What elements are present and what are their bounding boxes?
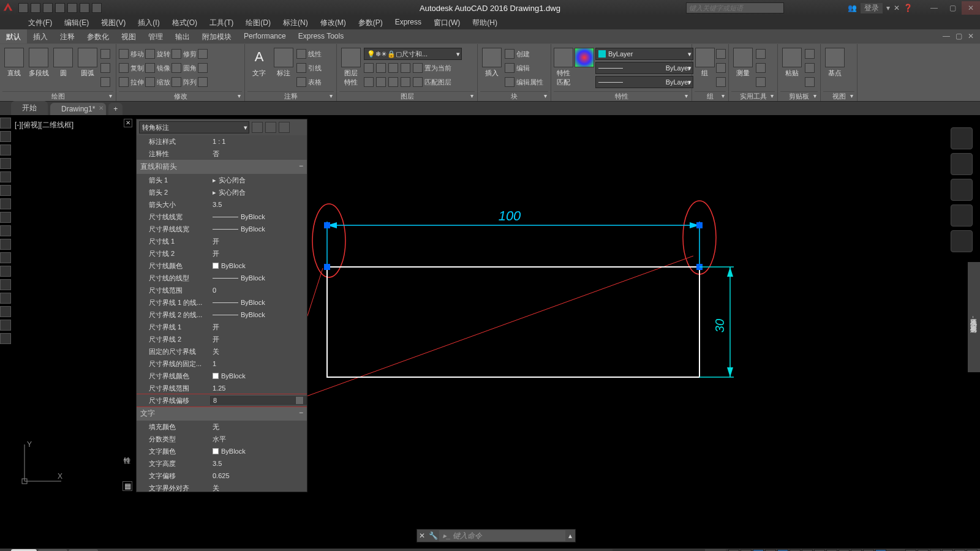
menu-help[interactable]: 帮助(H): [466, 16, 503, 29]
linetype-combo[interactable]: ByLayer▾: [595, 62, 693, 74]
menu-window[interactable]: 窗口(W): [428, 16, 466, 29]
prop-row[interactable]: 尺寸界线 2 的线...ByBlock: [137, 309, 307, 321]
close-button[interactable]: ✕: [962, 1, 980, 15]
menu-view[interactable]: 视图(V): [95, 16, 132, 29]
login-button[interactable]: 登录: [861, 3, 883, 13]
layer-b7[interactable]: [388, 76, 398, 88]
mod-ex1[interactable]: [198, 48, 208, 60]
layer-props-button[interactable]: 图层 特性: [339, 45, 363, 87]
prop-row[interactable]: 尺寸界线 2开: [137, 333, 307, 345]
lt-circle-icon[interactable]: [0, 198, 11, 209]
scale-button[interactable]: 缩放: [145, 76, 170, 88]
prop-row[interactable]: 标注样式1 : 1: [137, 135, 307, 148]
rotate-button[interactable]: 旋转: [145, 48, 170, 60]
lt-ellipse-icon[interactable]: [0, 239, 11, 250]
tab-default[interactable]: 默认: [0, 29, 27, 43]
prop-row[interactable]: 尺寸线颜色ByBlock: [137, 260, 307, 272]
help-icon[interactable]: ❓: [903, 4, 913, 12]
array-button[interactable]: 阵列: [172, 76, 197, 88]
menu-tools[interactable]: 工具(T): [203, 16, 239, 29]
group-button[interactable]: 组: [695, 45, 715, 78]
tab-start[interactable]: 开始: [11, 101, 48, 115]
mod-ex3[interactable]: [198, 76, 208, 88]
layer-b5[interactable]: [364, 76, 374, 88]
make-current-button[interactable]: 置为当前: [413, 62, 451, 74]
navcube-icon[interactable]: [951, 127, 973, 149]
lt-hatch-icon[interactable]: [0, 306, 11, 317]
measure-button[interactable]: 测量: [731, 45, 755, 78]
tab-addins[interactable]: 附加模块: [196, 29, 238, 43]
layout-2[interactable]: 布局2: [69, 549, 98, 552]
minimize-button[interactable]: —: [925, 1, 943, 15]
color-combo[interactable]: ByLayer▾: [595, 48, 693, 60]
close-icon[interactable]: ✕: [99, 105, 104, 111]
menu-draw[interactable]: 绘图(D): [239, 16, 277, 29]
copy-button[interactable]: 复制: [119, 62, 144, 74]
maximize-button[interactable]: ▢: [943, 1, 962, 15]
move-button[interactable]: 移动: [119, 48, 144, 60]
drawing-canvas[interactable]: 100 30: [307, 115, 949, 549]
prop-row[interactable]: 尺寸界线偏移8: [137, 394, 307, 407]
qat-open-icon[interactable]: [31, 3, 40, 13]
prop-row[interactable]: 尺寸界线线宽ByBlock: [137, 223, 307, 235]
qat-redo-icon[interactable]: [92, 3, 102, 13]
object-type-combo[interactable]: 转角标注▾: [139, 121, 249, 133]
layer-combo[interactable]: 💡❄☀🔒▢ 尺寸和...▾: [364, 48, 462, 60]
lt-text-icon[interactable]: [0, 333, 11, 344]
prop-row[interactable]: 尺寸线线宽ByBlock: [137, 211, 307, 223]
menu-edit[interactable]: 编辑(E): [58, 16, 95, 29]
cmdline-history[interactable]: ▴: [565, 531, 575, 540]
layer-b1[interactable]: [364, 62, 374, 74]
prop-row[interactable]: 分数类型水平: [137, 433, 307, 445]
signin-icon[interactable]: 👥: [848, 4, 857, 12]
lt-rect-icon[interactable]: [0, 171, 11, 182]
prop-row[interactable]: 尺寸线的线型ByBlock: [137, 272, 307, 284]
tab-view[interactable]: 视图: [115, 29, 142, 43]
tab-parametric[interactable]: 参数化: [81, 29, 115, 43]
ribbon-max-doc[interactable]: ▢: [953, 29, 964, 43]
menu-format[interactable]: 格式(O): [166, 16, 203, 29]
paste-button[interactable]: 粘贴: [780, 45, 804, 78]
ribbon-min-doc[interactable]: —: [941, 29, 952, 43]
tool-palette-strip[interactable]: 工具选项板 - 所有选项板: [968, 262, 980, 372]
prop-row[interactable]: 填充颜色无: [137, 421, 307, 433]
draw-extra2[interactable]: [100, 62, 110, 74]
linear-button[interactable]: 线性: [296, 48, 322, 60]
tab-manage[interactable]: 管理: [142, 29, 169, 43]
lt-region-icon[interactable]: [0, 320, 11, 331]
tab-drawing1[interactable]: Drawing1*✕: [50, 103, 106, 115]
palette-close-button[interactable]: ✕: [124, 119, 132, 127]
stretch-button[interactable]: 拉伸: [119, 76, 144, 88]
menu-insert[interactable]: 插入(I): [132, 16, 165, 29]
lt-line-icon[interactable]: [0, 118, 11, 129]
prop-row[interactable]: 尺寸界线 1开: [137, 321, 307, 333]
props-handle-btn[interactable]: ▦: [123, 481, 132, 491]
prop-row[interactable]: 文字偏移0.625: [137, 470, 307, 482]
dim-button[interactable]: 标注: [272, 45, 295, 78]
prop-row[interactable]: 尺寸线 2开: [137, 247, 307, 260]
polyline-button[interactable]: 多段线: [27, 45, 50, 78]
prop-row[interactable]: 尺寸界线颜色ByBlock: [137, 370, 307, 382]
tab-express-tools[interactable]: Express Tools: [292, 29, 350, 43]
fillet-button[interactable]: 圆角: [172, 62, 197, 74]
prop-row[interactable]: 尺寸界线的固定...1: [137, 358, 307, 370]
draw-extra3[interactable]: [100, 76, 110, 88]
circle-button[interactable]: 圆: [51, 45, 75, 78]
tab-output[interactable]: 输出: [169, 29, 196, 43]
new-tab-button[interactable]: +: [108, 103, 123, 115]
layer-b4[interactable]: [401, 62, 410, 74]
edit-attr-button[interactable]: 编辑属性: [505, 76, 543, 88]
leader-button[interactable]: 引线: [296, 62, 322, 74]
trim-button[interactable]: 修剪: [172, 48, 197, 60]
pan-icon[interactable]: [951, 179, 973, 201]
insert-block-button[interactable]: 插入: [480, 45, 503, 78]
layer-b2[interactable]: [376, 62, 386, 74]
base-button[interactable]: 基点: [823, 45, 846, 78]
mod-ex2[interactable]: [198, 62, 208, 74]
edit-block-button[interactable]: 编辑: [505, 62, 543, 74]
orbit-icon[interactable]: [951, 230, 973, 252]
lt-revcloud-icon[interactable]: [0, 212, 11, 223]
mirror-button[interactable]: 镜像: [145, 62, 170, 74]
lt-ellipsearc-icon[interactable]: [0, 252, 11, 263]
prop-row[interactable]: 文字高度3.5: [137, 457, 307, 470]
